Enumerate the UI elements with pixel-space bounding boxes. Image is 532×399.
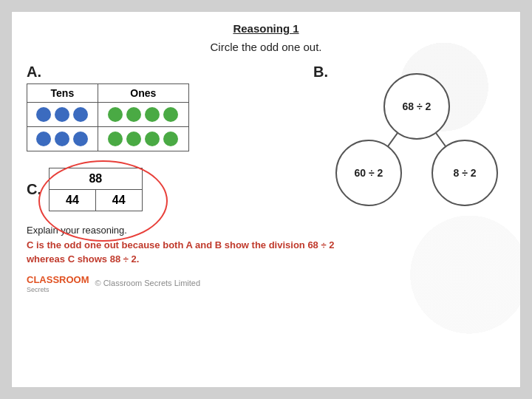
ones-header: Ones	[98, 84, 188, 103]
dot	[126, 132, 141, 146]
dot	[55, 107, 69, 122]
dot	[73, 132, 88, 146]
c-circle-wrapper: 88 44 44	[49, 168, 143, 211]
logo-sub-text: Secrets	[27, 286, 89, 293]
section-c: C. 88 44 44	[27, 168, 306, 211]
dot	[145, 132, 160, 146]
tens-dots-row2	[33, 132, 92, 146]
explanation: Explain your reasoning. C is the odd one…	[27, 223, 505, 267]
dot	[73, 107, 88, 122]
ones-dots-row2	[104, 132, 183, 146]
explanation-line3: whereas C shows 88 ÷ 2.	[27, 252, 505, 267]
instruction-text: Circle the odd one out.	[27, 41, 505, 53]
left-side: A. Tens Ones	[27, 64, 306, 211]
section-a: A. Tens Ones	[27, 64, 306, 151]
logo-footer: © Classroom Secrets Limited	[95, 279, 201, 287]
explanation-line1: Explain your reasoning.	[27, 223, 505, 238]
page-title: Reasoning 1	[27, 22, 505, 35]
b-bot-left-circle: 60 ÷ 2	[335, 140, 402, 206]
b-top-value: 68 ÷ 2	[403, 100, 432, 112]
logo-bar: CLASSROOM Secrets © Classroom Secrets Li…	[27, 273, 505, 293]
c-value-table: 88 44 44	[49, 168, 143, 211]
tens-header: Tens	[27, 84, 98, 103]
b-bot-left-value: 60 ÷ 2	[355, 167, 383, 179]
section-a-label: A.	[27, 64, 306, 81]
c-bot-left: 44	[50, 190, 96, 211]
ones-dots-row1	[104, 107, 183, 122]
dot	[108, 107, 123, 122]
table-row	[27, 103, 189, 127]
explanation-line2: C is the odd one out because both A and …	[27, 238, 505, 253]
dot	[163, 132, 178, 146]
b-top-circle: 68 ÷ 2	[383, 73, 450, 140]
dot	[108, 132, 123, 146]
dot	[145, 107, 160, 122]
table-row: 88	[50, 168, 143, 190]
tens-dots-row1	[33, 107, 92, 122]
section-b-label: B.	[313, 64, 328, 81]
tens-ones-table: Tens Ones	[27, 83, 189, 151]
dot	[55, 132, 69, 146]
dot	[36, 132, 51, 146]
b-bot-right-value: 8 ÷ 2	[453, 167, 476, 179]
table-row	[27, 127, 189, 151]
dot	[36, 107, 51, 122]
b-diagram: 68 ÷ 2 60 ÷ 2 8 ÷ 2	[328, 73, 505, 206]
logo-brand-text: CLASSROOM	[27, 274, 89, 285]
page: Reasoning 1 Circle the odd one out. A. T…	[11, 11, 521, 388]
section-b: B. 68 ÷ 2 60 ÷ 2 8 ÷ 2	[313, 64, 505, 211]
c-bot-right: 44	[95, 190, 142, 211]
table-row: 44 44	[50, 190, 143, 211]
main-area: A. Tens Ones	[27, 64, 505, 211]
section-c-label: C.	[27, 181, 41, 198]
dot	[126, 107, 141, 122]
c-top-value: 88	[50, 168, 143, 190]
dot	[163, 107, 178, 122]
logo-brand: CLASSROOM Secrets	[27, 273, 89, 293]
b-bot-right-circle: 8 ÷ 2	[432, 140, 498, 206]
